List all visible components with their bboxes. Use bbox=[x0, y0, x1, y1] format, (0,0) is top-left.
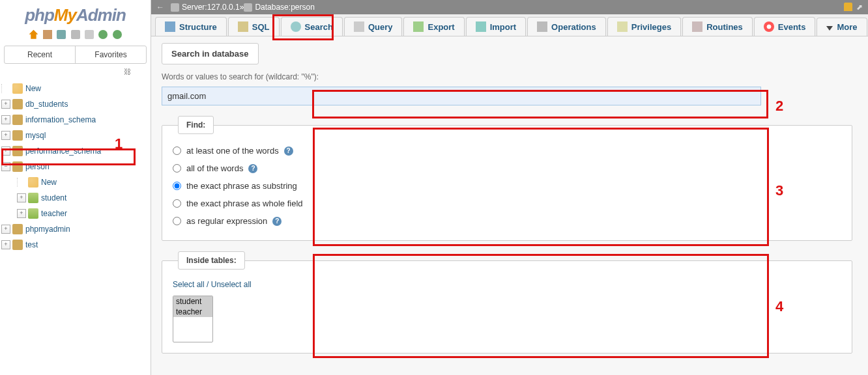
expand-icon[interactable] bbox=[1, 100, 10, 109]
find-opt-exact-whole[interactable]: the exact phrase as whole field bbox=[173, 195, 841, 212]
collapse-icon[interactable] bbox=[1, 162, 10, 171]
select-all-link[interactable]: Select all bbox=[173, 280, 205, 289]
link-icon[interactable]: ⛓ bbox=[0, 66, 151, 78]
database-icon bbox=[12, 99, 23, 109]
expand-icon[interactable] bbox=[1, 115, 10, 124]
expand-icon[interactable] bbox=[1, 131, 10, 140]
tree-new[interactable]: New bbox=[1, 81, 149, 96]
tree-test[interactable]: test bbox=[1, 237, 149, 253]
radio-atleast[interactable] bbox=[173, 146, 181, 155]
find-fieldset: Find: at least one of the words all of t… bbox=[162, 116, 852, 241]
database-icon bbox=[12, 146, 23, 156]
tab-more[interactable]: More bbox=[817, 18, 867, 36]
tree-information-schema[interactable]: information_schema bbox=[1, 112, 149, 128]
expand-icon[interactable] bbox=[1, 225, 10, 234]
server-link[interactable]: 127.0.0.1 bbox=[207, 3, 240, 12]
events-icon bbox=[764, 21, 774, 32]
table-icon bbox=[28, 193, 38, 203]
radio-exact-whole[interactable] bbox=[173, 199, 181, 208]
server-icon bbox=[171, 3, 179, 12]
lock-icon[interactable] bbox=[844, 3, 852, 11]
tab-export[interactable]: Export bbox=[403, 17, 464, 36]
sidebar-tab-favorites[interactable]: Favorites bbox=[76, 46, 146, 63]
sidebar: phpMyAdmin Recent Favorites ⛓ New db_stu… bbox=[0, 0, 151, 375]
tab-query[interactable]: Query bbox=[344, 17, 403, 36]
tab-structure[interactable]: Structure bbox=[155, 17, 227, 36]
query-icon bbox=[354, 21, 364, 32]
expand-icon[interactable] bbox=[17, 209, 26, 218]
tree-person-student[interactable]: student bbox=[1, 190, 149, 206]
search-icon bbox=[291, 21, 301, 32]
tree-phpmyadmin[interactable]: phpmyadmin bbox=[1, 221, 149, 237]
tree-person-new[interactable]: New bbox=[1, 174, 149, 190]
home-icon[interactable] bbox=[29, 30, 38, 39]
gear-icon[interactable] bbox=[98, 30, 108, 39]
help-icon[interactable] bbox=[284, 146, 293, 156]
routines-icon bbox=[692, 21, 702, 32]
sql-icon bbox=[238, 21, 248, 32]
radio-exact-sub[interactable] bbox=[173, 182, 181, 190]
search-input[interactable] bbox=[162, 87, 761, 105]
database-icon bbox=[12, 224, 23, 234]
find-opt-exact-sub[interactable]: the exact phrase as substring bbox=[173, 177, 841, 195]
breadcrumb-bar: ← Server: 127.0.0.1 » Database: person ⬈ bbox=[151, 0, 868, 14]
db-label: Database: bbox=[255, 3, 291, 12]
refresh-icon[interactable] bbox=[113, 30, 122, 39]
logo-toolbar bbox=[0, 28, 151, 43]
help-icon[interactable] bbox=[272, 217, 282, 226]
tab-events[interactable]: Events bbox=[754, 17, 816, 36]
new-icon bbox=[28, 177, 38, 188]
tab-routines[interactable]: Routines bbox=[682, 17, 753, 36]
settings-icon[interactable] bbox=[71, 30, 80, 39]
radio-regex[interactable] bbox=[173, 217, 181, 225]
tree-person[interactable]: person bbox=[1, 159, 149, 174]
expand-icon[interactable] bbox=[1, 146, 10, 156]
db-link[interactable]: person bbox=[291, 3, 315, 12]
tab-sql[interactable]: SQL bbox=[228, 17, 280, 36]
operations-icon bbox=[537, 21, 547, 32]
table-option-student[interactable]: student bbox=[173, 296, 212, 307]
panel-title: Search in database bbox=[162, 43, 259, 64]
database-icon bbox=[244, 3, 252, 12]
find-opt-atleast[interactable]: at least one of the words bbox=[173, 142, 841, 160]
chevron-down-icon bbox=[826, 26, 833, 31]
logout-icon[interactable] bbox=[43, 30, 52, 39]
tab-import[interactable]: Import bbox=[466, 17, 526, 36]
overlay-icon[interactable]: ⬈ bbox=[856, 3, 863, 12]
unselect-all-link[interactable]: Unselect all bbox=[211, 280, 252, 289]
expand-icon[interactable] bbox=[17, 193, 26, 202]
breadcrumb-sep: » bbox=[240, 3, 244, 12]
tree-mysql[interactable]: mysql bbox=[1, 128, 149, 143]
tree-db-students[interactable]: db_students bbox=[1, 96, 149, 112]
new-icon bbox=[12, 83, 23, 94]
tab-privileges[interactable]: Privileges bbox=[607, 17, 681, 36]
help-icon[interactable] bbox=[248, 164, 257, 173]
reload-icon[interactable] bbox=[85, 30, 94, 39]
export-icon bbox=[413, 21, 424, 32]
tree-performance-schema[interactable]: performance_schema bbox=[1, 143, 149, 159]
find-opt-all[interactable]: all of the words bbox=[173, 160, 841, 177]
find-legend: Find: bbox=[178, 116, 214, 134]
tree-person-teacher[interactable]: teacher bbox=[1, 206, 149, 221]
search-hint: Words or values to search for (wildcard:… bbox=[162, 72, 858, 81]
privileges-icon bbox=[617, 21, 628, 32]
sidebar-tab-recent[interactable]: Recent bbox=[5, 46, 76, 63]
tables-select[interactable]: student teacher bbox=[173, 296, 213, 342]
import-icon bbox=[476, 21, 486, 32]
main: ← Server: 127.0.0.1 » Database: person ⬈… bbox=[151, 0, 868, 375]
db-tree: New db_students information_schema mysql… bbox=[0, 78, 151, 255]
inside-legend: Inside tables: bbox=[178, 251, 245, 270]
inside-tables-fieldset: Inside tables: Select all / Unselect all… bbox=[162, 251, 852, 354]
table-option-teacher[interactable]: teacher bbox=[173, 307, 212, 317]
expand-icon[interactable] bbox=[1, 240, 10, 249]
logo[interactable]: phpMyAdmin bbox=[0, 0, 151, 28]
radio-all[interactable] bbox=[173, 164, 181, 173]
database-icon bbox=[12, 161, 23, 172]
tab-operations[interactable]: Operations bbox=[527, 17, 606, 36]
tab-search[interactable]: Search bbox=[281, 17, 343, 36]
table-icon bbox=[28, 208, 38, 219]
find-opt-regex[interactable]: as regular expression bbox=[173, 212, 841, 230]
docs-icon[interactable] bbox=[57, 30, 66, 39]
back-icon[interactable]: ← bbox=[156, 3, 164, 12]
tab-bar: Structure SQL Search Query Export Import… bbox=[151, 14, 868, 36]
